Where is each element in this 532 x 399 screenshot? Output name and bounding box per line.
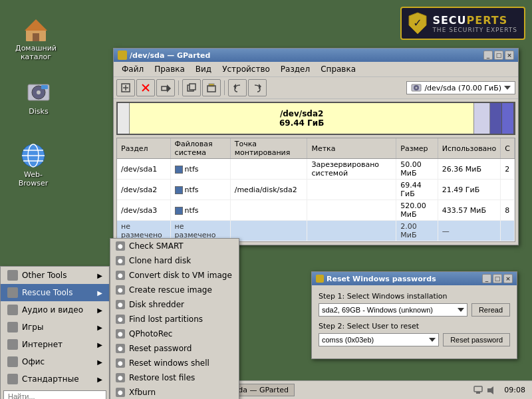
svg-rect-39 (476, 392, 480, 394)
menu-partition[interactable]: Раздел (275, 63, 315, 75)
partition-used: — (438, 221, 500, 241)
table-row[interactable]: /dev/sda2 ntfs /media/disk/sda2 69.44 Ги… (117, 180, 515, 200)
partition-name: /dev/sda2 (117, 180, 170, 200)
sidebar-item-audio-video[interactable]: Аудио и видео ▶ (1, 301, 109, 319)
ctx-item-label: Reset windows shell (129, 358, 209, 368)
dialog-close[interactable]: × (503, 274, 513, 283)
partition-mount (230, 221, 307, 241)
partition-fs: ntfs (170, 159, 230, 180)
tb-delete[interactable] (136, 79, 155, 96)
tb-new[interactable] (116, 79, 135, 96)
sidebar-item-other-tools[interactable]: Other Tools ▶ (1, 267, 109, 284)
svg-point-7 (37, 90, 41, 94)
step1: Step 1: Select Windows installation sda2… (319, 292, 510, 317)
reset-password-icon: ● (116, 344, 125, 353)
menu-file[interactable]: Файл (116, 63, 149, 75)
secuperts-logo: ✓ SECUPERTS THE SECURITY EXPERTS (400, 7, 525, 40)
reset-dialog-body: Step 1: Select Windows installation sda2… (312, 285, 517, 358)
ctx-item-label: Convert disk to VM image (129, 271, 232, 280)
table-row[interactable]: /dev/sda3 ntfs 520.00 МиБ 433.57 МиБ 8 (117, 200, 515, 221)
reset-password-button[interactable]: Reset password (443, 333, 510, 346)
ctx-item-reset-password[interactable]: ● Reset password (110, 341, 239, 356)
ctx-item-convert-vm[interactable]: ● Convert disk to VM image (110, 268, 239, 283)
menu-view[interactable]: Вид (190, 63, 217, 75)
partition-extra (501, 180, 515, 200)
close-button[interactable]: × (505, 51, 514, 60)
sidebar-item-rescue-tools[interactable]: Rescue Tools ▶ (1, 284, 109, 301)
submenu-arrow: ▶ (97, 341, 102, 348)
tb-paste[interactable] (202, 79, 221, 96)
clock: 09:08 (500, 386, 529, 394)
partition-label (307, 200, 396, 221)
col-used: Использовано (438, 138, 500, 159)
tb-copy[interactable] (182, 79, 201, 96)
partition-used: 433.57 МиБ (438, 200, 500, 221)
reset-dialog: Reset Windows passwords _ □ × Step 1: Se… (311, 271, 517, 359)
sidebar-item-label: Интернет (22, 340, 63, 349)
standard-icon (7, 374, 18, 384)
taskbar-right: 09:08 (473, 385, 529, 396)
partition-used: 26.36 МиБ (438, 159, 500, 180)
part-seg-end (502, 103, 514, 134)
reread-button[interactable]: Reread (471, 303, 510, 317)
office-icon (7, 356, 18, 367)
ctx-item-reset-windows-shell[interactable]: ● Reset windows shell (110, 356, 239, 370)
step2: Step 2: Select User to reset comss (0x03… (319, 322, 510, 346)
dialog-maximize[interactable]: □ (493, 274, 502, 283)
ctx-item-rescue-image[interactable]: ● Create rescue image (110, 283, 239, 297)
submenu-arrow: ▶ (97, 376, 102, 383)
col-size: Размер (396, 138, 438, 159)
tb-undo[interactable] (228, 79, 247, 96)
dialog-minimize[interactable]: _ (482, 274, 491, 283)
ctx-item-restore-lost[interactable]: ● Restore lost files (110, 370, 239, 385)
shield-icon: ✓ (408, 12, 427, 35)
ctx-item-clone-hdd[interactable]: ● Clone hard disk (110, 253, 239, 268)
partition-label: Зарезервировано системой (307, 159, 396, 180)
windows-install-select[interactable]: sda2, 69GB - Windows (unknown) (319, 303, 467, 317)
sidebar-item-office[interactable]: Офис ▶ (1, 353, 109, 370)
step1-label: Step 1: Select Windows installation (319, 292, 510, 301)
disk-selector[interactable]: /dev/sda (70.00 ГиБ) (406, 81, 515, 94)
tb-resize[interactable] (156, 79, 175, 96)
clone-hdd-icon: ● (116, 256, 125, 265)
reset-dialog-controls: _ □ × (482, 274, 513, 283)
minimize-button[interactable]: _ (483, 51, 493, 60)
ctx-item-find-lost[interactable]: ● Find lost partitions (110, 312, 239, 327)
secu-text: SECU (432, 14, 466, 27)
tb-apply[interactable] (248, 79, 267, 96)
user-select[interactable]: comss (0x03eb) (319, 333, 439, 346)
svg-text:✓: ✓ (414, 17, 422, 29)
audio-video-icon (7, 305, 18, 315)
ctx-item-xfburn[interactable]: ● Xfburn (110, 385, 239, 399)
maximize-button[interactable]: □ (494, 51, 503, 60)
disk-selector-label: /dev/sda (70.00 ГиБ) (424, 84, 501, 92)
sidebar-item-standard[interactable]: Стандартные ▶ (1, 370, 109, 388)
partition-extra: 8 (501, 200, 515, 221)
desktop-icon-home[interactable]: Домашнийкаталог (12, 13, 60, 64)
desktop-icon-disks[interactable]: Disks (15, 76, 63, 118)
ctx-item-check-smart[interactable]: ● Check SMART (110, 239, 239, 253)
rescue-tools-icon (7, 287, 18, 298)
partition-extra: 2 (501, 159, 515, 180)
reset-windows-shell-icon: ● (116, 358, 125, 368)
submenu-arrow: ▶ (97, 289, 102, 297)
gparted-title-icon (118, 51, 127, 60)
menu-edit[interactable]: Правка (149, 63, 190, 75)
find-input[interactable] (3, 390, 106, 399)
menu-device[interactable]: Устройство (217, 63, 275, 75)
left-menu: Other Tools ▶ Rescue Tools ▶ Аудио и вид… (0, 266, 110, 399)
ctx-item-label: Reset password (129, 344, 192, 353)
partition-size: 69.44 ГиБ (396, 180, 438, 200)
svg-marker-3 (25, 19, 47, 31)
ctx-item-disk-shredder[interactable]: ● Disk shredder (110, 297, 239, 312)
menu-help[interactable]: Справка (315, 63, 361, 75)
col-mount: Точка монтирования (230, 138, 307, 159)
desktop-icon-webbrowser[interactable]: Web-Browser (9, 140, 57, 190)
sidebar-item-internet[interactable]: Интернет ▶ (1, 336, 109, 353)
table-row[interactable]: /dev/sda1 ntfs Зарезервировано системой … (117, 159, 515, 180)
partition-name: /dev/sda3 (117, 200, 170, 221)
ctx-item-qphotorec[interactable]: ● QPhotoRec (110, 327, 239, 341)
perts-text: PERTS (467, 14, 508, 27)
sidebar-item-games[interactable]: Игры ▶ (1, 319, 109, 336)
home-label: Домашнийкаталог (15, 44, 57, 61)
